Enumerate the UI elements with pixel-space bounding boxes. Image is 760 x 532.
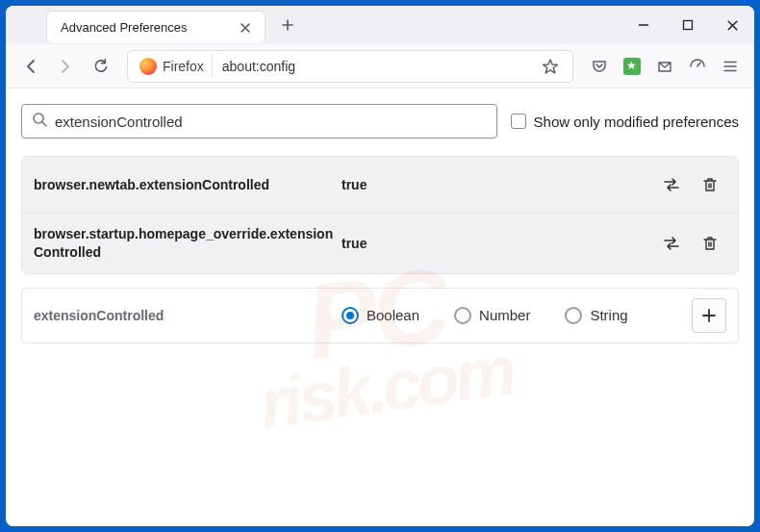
firefox-brand-icon (139, 58, 157, 75)
svg-rect-0 (684, 21, 693, 30)
page-content: PC risk.com Show only modified preferenc… (6, 89, 754, 526)
tab-title: Advanced Preferences (61, 20, 236, 35)
delete-button[interactable] (694, 168, 726, 201)
address-bar: Firefox (6, 44, 754, 89)
url-brand-label: Firefox (163, 59, 204, 74)
show-modified-label: Show only modified preferences (534, 114, 739, 130)
type-label: String (590, 307, 627, 323)
radio-icon (454, 307, 471, 324)
new-pref-row: extensionControlled Boolean Number Strin… (21, 288, 739, 343)
pref-search-input[interactable] (55, 114, 487, 130)
window-frame: Advanced Preferences (6, 6, 754, 526)
pref-value: true (342, 177, 649, 192)
new-tab-button[interactable] (273, 11, 302, 39)
close-tab-icon[interactable] (236, 18, 255, 38)
checkbox-icon (511, 114, 526, 129)
type-boolean[interactable]: Boolean (342, 307, 419, 324)
search-icon (32, 112, 47, 131)
show-modified-checkbox[interactable]: Show only modified preferences (511, 114, 739, 130)
pref-value: true (342, 236, 649, 251)
type-number[interactable]: Number (454, 307, 530, 324)
url-identity[interactable]: Firefox (132, 55, 213, 78)
delete-button[interactable] (694, 227, 726, 260)
add-pref-button[interactable] (692, 298, 726, 333)
pref-name: browser.startup.homepage_override.extens… (34, 225, 342, 262)
type-label: Boolean (367, 307, 419, 323)
toggle-button[interactable] (655, 227, 688, 260)
search-row: Show only modified preferences (21, 104, 739, 139)
type-label: Number (479, 307, 530, 323)
pocket-icon[interactable] (585, 52, 614, 81)
extension-icon[interactable] (618, 52, 646, 81)
minimize-button[interactable] (621, 6, 666, 44)
new-pref-name: extensionControlled (34, 308, 342, 323)
pref-list: browser.newtab.extensionControlled true … (21, 156, 739, 274)
menu-icon[interactable] (716, 52, 745, 81)
back-button[interactable] (15, 51, 46, 82)
analytics-icon[interactable] (683, 52, 712, 81)
close-window-button[interactable] (710, 6, 754, 44)
pref-name: browser.newtab.extensionControlled (34, 176, 342, 194)
reload-button[interactable] (85, 51, 115, 82)
inbox-icon[interactable] (650, 52, 679, 81)
url-box[interactable]: Firefox (127, 50, 573, 83)
type-options: Boolean Number String (342, 307, 692, 324)
maximize-button[interactable] (666, 6, 710, 44)
toggle-button[interactable] (655, 168, 688, 201)
window-controls (621, 6, 754, 44)
radio-icon (342, 307, 359, 324)
url-input[interactable] (213, 59, 536, 74)
browser-tab[interactable]: Advanced Preferences (46, 11, 266, 43)
bookmark-star-icon[interactable] (536, 52, 565, 81)
radio-icon (565, 307, 582, 324)
type-string[interactable]: String (565, 307, 627, 324)
pref-row: browser.startup.homepage_override.extens… (22, 213, 738, 273)
title-bar: Advanced Preferences (6, 6, 754, 44)
pref-search-box[interactable] (21, 104, 497, 139)
pref-row: browser.newtab.extensionControlled true (22, 157, 738, 213)
forward-button[interactable] (50, 51, 81, 82)
